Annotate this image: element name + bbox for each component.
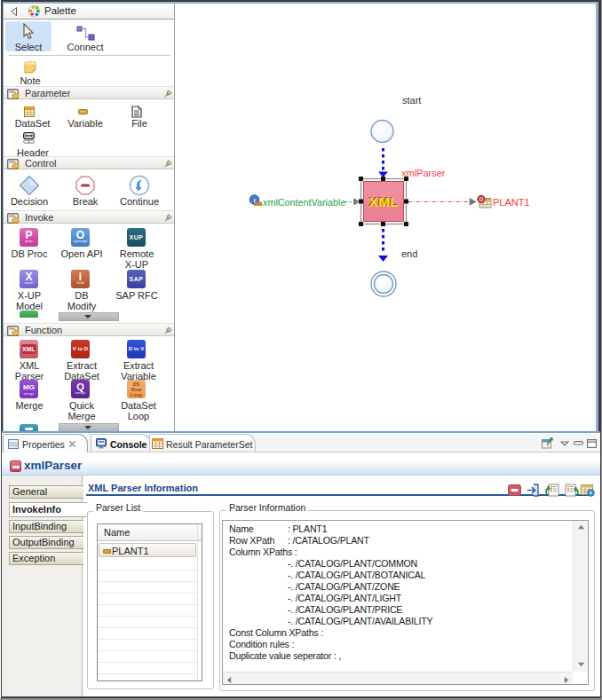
svg-text:end: end (401, 248, 417, 259)
svg-text:xmlContentVariable: xmlContentVariable (263, 197, 345, 208)
svg-text:XML: XML (369, 194, 399, 209)
svg-text:start: start (402, 95, 421, 106)
svg-text:PLANT1: PLANT1 (493, 197, 530, 208)
